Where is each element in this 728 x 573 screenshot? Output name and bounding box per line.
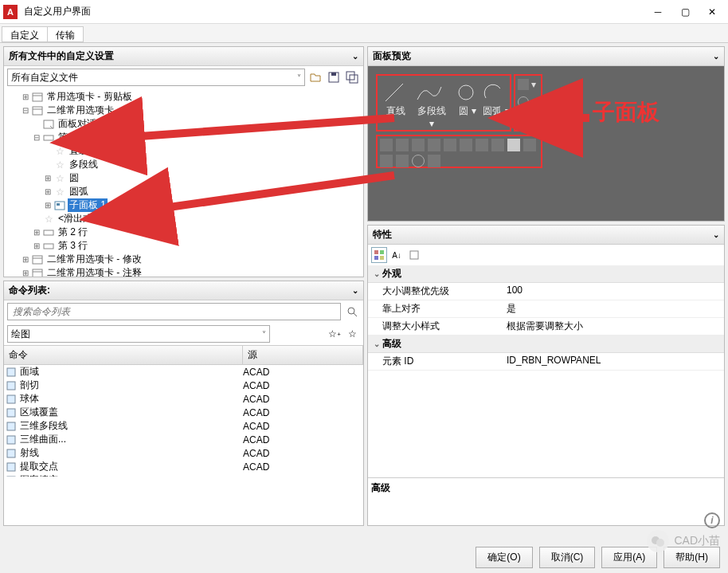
prop-row[interactable]: 调整大小样式根据需要调整大小 [368,318,724,336]
tool-icon[interactable] [491,139,504,151]
col-source[interactable]: 源 [243,346,363,364]
prop-row[interactable]: 靠上对齐是 [368,300,724,318]
new-command-button[interactable]: ☆+ [327,326,342,342]
prop-row[interactable]: 元素 IDID_RBN_ROWPANEL [368,353,724,371]
prop-row[interactable]: 大小调整优先级100 [368,283,724,300]
tree-item[interactable]: ⊞常用选项卡 - 剪贴板 [9,90,363,104]
minimize-button[interactable]: ─ [652,6,664,18]
alphabetical-button[interactable]: A↓ [389,247,405,263]
command-list[interactable]: 面域ACAD剖切ACAD球体ACAD区域覆盖ACAD三维多段线ACAD三维曲面.… [4,365,363,477]
command-row[interactable]: 区域覆盖ACAD [4,406,363,419]
prop-value[interactable]: 是 [503,300,724,317]
panel-header-preview[interactable]: 面板预览 ⌄ [368,47,724,66]
tool-icon[interactable] [380,139,393,151]
tree-item[interactable]: ☆多段线 [9,158,363,171]
info-icon[interactable]: i [704,512,720,528]
command-row[interactable]: 射线ACAD [4,446,363,460]
tool-icon[interactable] [428,155,440,167]
panel-header-props[interactable]: 特性 ⌄ [368,226,724,245]
preview-arc-button[interactable]: 圆弧 ▾ [483,80,510,118]
tab-custom[interactable]: 自定义 [2,26,48,42]
ok-button[interactable]: 确定(O) [476,547,532,568]
command-row[interactable]: 三维曲面...ACAD [4,433,363,446]
prop-value[interactable]: 100 [503,283,724,300]
tree-item[interactable]: ⊟第 1 行 [9,131,363,144]
prop-value[interactable]: ID_RBN_ROWPANEL [503,353,724,370]
tree-item[interactable]: ⊞第 3 行 [9,239,363,253]
category-combo[interactable]: 绘图 [7,325,270,343]
tree-item[interactable]: ⊟二维常用选项卡 - 绘图 [9,104,363,117]
search-button[interactable] [344,304,360,320]
tool-icon[interactable] [444,139,456,151]
tool-icon[interactable] [523,139,536,151]
expand-icon[interactable]: ⊞ [42,174,53,182]
tree-item[interactable]: ☆直线 [9,144,363,158]
dropdown-icon[interactable]: ▾ [531,96,536,108]
sub-item[interactable] [518,96,529,108]
prop-value[interactable]: 根据需要调整大小 [503,318,724,335]
tool-icon[interactable] [396,155,409,167]
expand-icon[interactable]: ⊟ [20,106,31,115]
tree-label: <滑出式> [57,212,100,226]
tree-item[interactable]: ⊞☆圆弧 [9,185,363,198]
panel-header-cmdlist[interactable]: 命令列表: ⌄ [4,281,363,300]
tool-icon[interactable] [460,139,472,151]
tree-item[interactable]: ⊞第 2 行 [9,226,363,239]
tool-icon[interactable] [412,155,425,167]
prop-category[interactable]: ⌄高级 [368,336,724,353]
command-row[interactable]: 提取交点ACAD [4,460,363,473]
customization-file-combo[interactable]: 所有自定义文件 [7,69,305,86]
panel-header-settings[interactable]: 所有文件中的自定义设置 ⌄ [4,47,363,66]
tool-icon[interactable] [476,139,488,151]
expand-icon[interactable]: ⊟ [31,133,42,142]
tree-item[interactable]: ⊞子面板 1 [9,198,363,212]
tab-transfer[interactable]: 传输 [47,26,84,42]
settings-tree[interactable]: ⊞常用选项卡 - 剪贴板⊟二维常用选项卡 - 绘图面板对话框启动器⊟第 1 行☆… [4,88,363,277]
tool-icon[interactable] [412,139,425,151]
tree-item[interactable]: ⊞☆圆 [9,171,363,185]
favorite-button[interactable]: ☆ [344,326,360,342]
expand-icon[interactable]: ⊞ [31,228,42,237]
sub-item[interactable] [518,114,529,125]
watermark: CAD小苗 [647,530,720,552]
sub-item[interactable] [518,79,529,90]
expand-icon[interactable]: ⊞ [20,92,31,101]
tree-item[interactable]: 面板对话框启动器 [9,117,363,131]
svg-rect-4 [33,93,42,101]
expand-icon[interactable]: ⊞ [20,255,31,264]
preview-line-button[interactable]: 直线 [382,80,409,118]
command-row[interactable]: 球体ACAD [4,392,363,406]
expand-icon[interactable]: ⊞ [20,269,31,277]
expand-icon[interactable]: ⊞ [31,241,42,250]
command-row[interactable]: 面域ACAD [4,365,363,379]
open-file-button[interactable] [307,69,323,85]
preview-pline-button[interactable]: 多段线 ▾ [414,80,449,129]
categorized-button[interactable] [371,247,387,263]
properties-grid[interactable]: ⌄外观大小调整优先级100靠上对齐是调整大小样式根据需要调整大小⌄高级元素 ID… [368,265,724,371]
close-button[interactable]: ✕ [706,6,718,18]
cancel-button[interactable]: 取消(C) [539,547,596,568]
command-row[interactable]: 剖切ACAD [4,379,363,392]
preview-circle-button[interactable]: 圆 ▾ [456,80,479,118]
dropdown-icon[interactable]: ▾ [531,114,536,125]
tree-item[interactable]: ⊞二维常用选项卡 - 注释 [9,266,363,277]
tool-icon[interactable] [428,139,440,151]
search-input[interactable] [7,303,341,320]
save-all-button[interactable] [344,69,360,85]
prop-category[interactable]: ⌄外观 [368,265,724,283]
save-file-button[interactable] [326,69,342,85]
prop-pages-button[interactable] [406,247,422,263]
tool-icon[interactable] [396,139,409,151]
tool-icon[interactable] [380,155,393,167]
expand-icon[interactable]: ⊞ [42,201,53,210]
tool-icon[interactable] [507,139,520,151]
expand-icon[interactable]: ⊞ [42,187,53,196]
maximize-button[interactable]: ▢ [679,6,691,18]
tree-item[interactable]: ☆<滑出式> [9,212,363,226]
tree-item[interactable]: ⊞二维常用选项卡 - 修改 [9,253,363,266]
command-row[interactable]: 图案填充...ACAD [4,473,363,477]
dropdown-icon[interactable]: ▾ [531,79,536,90]
command-row[interactable]: 三维多段线ACAD [4,419,363,433]
col-command[interactable]: 命令 [4,346,243,364]
tabbar: 自定义 传输 [0,24,728,43]
